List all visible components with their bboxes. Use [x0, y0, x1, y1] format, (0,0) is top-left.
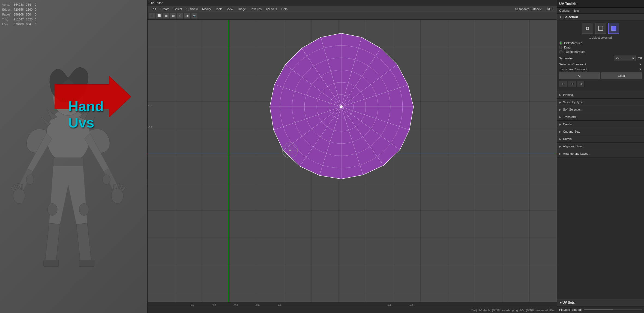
- unfold-arrow-icon: ▶: [559, 138, 561, 141]
- create-header[interactable]: ▶ Create: [557, 121, 644, 128]
- uv-menu-help[interactable]: Help: [279, 7, 290, 11]
- 3d-viewport[interactable]: Verts: 364036 764 0 Edges: 720558 1560 0…: [0, 0, 147, 313]
- svg-point-17: [103, 175, 110, 184]
- toolbar-btn-7[interactable]: 📷: [191, 13, 198, 19]
- radio-tweak-marquee[interactable]: Tweak/Marquee: [559, 50, 642, 53]
- color-mode: RGB: [545, 7, 556, 11]
- sel-icon-face[interactable]: [608, 23, 619, 34]
- uv-menu-tools[interactable]: Tools: [213, 7, 225, 11]
- select-by-type-arrow-icon: ▶: [559, 101, 561, 104]
- selection-section-header[interactable]: ▼ Selection: [557, 14, 644, 21]
- edges-label: Edges:: [2, 7, 14, 12]
- svg-point-57: [586, 29, 587, 30]
- toolkit-title: UV Toolkit: [557, 0, 644, 8]
- svg-point-58: [588, 29, 589, 30]
- align-and-snap-arrow-icon: ▶: [559, 145, 561, 148]
- svg-point-56: [588, 27, 589, 28]
- clear-button[interactable]: Clear: [601, 72, 642, 79]
- radio-pick-marquee-circle: [559, 41, 562, 45]
- uv-editor-title: UV Editor: [150, 1, 163, 5]
- radio-pick-marquee-label: Pick/Marquee: [564, 41, 582, 45]
- pin-icon-1[interactable]: ⊞: [559, 81, 567, 87]
- faces-label: Faces:: [2, 12, 14, 17]
- cut-and-sew-header[interactable]: ▶ Cut and Sew: [557, 128, 644, 135]
- pinning-section: ▶ Pinning: [557, 91, 644, 99]
- svg-point-45: [341, 106, 342, 107]
- unfold-section: ▶ Unfold: [557, 135, 644, 143]
- svg-point-55: [586, 27, 587, 28]
- svg-point-15: [79, 203, 89, 215]
- pin-icon-3[interactable]: ⊠: [577, 81, 584, 87]
- uv-viewport[interactable]: -0.5 -0.4 -0.3 -0.2 -0.1 1.1 1.2 -0.1 -0…: [148, 20, 557, 313]
- verts-label: Verts:: [2, 2, 14, 7]
- svg-rect-60: [612, 26, 616, 31]
- uv-menu-image[interactable]: Image: [235, 7, 248, 11]
- object-selected-text: 1 object selected: [559, 36, 642, 39]
- uv-menu-select[interactable]: Select: [172, 7, 184, 11]
- verts-count: 364036: [14, 2, 26, 7]
- uvs-count: 379400: [14, 22, 26, 27]
- toolbar-btn-4[interactable]: ▩: [170, 13, 176, 19]
- selection-constraint-row: Selection Constraint: ▼: [559, 63, 642, 66]
- toolbar-btn-5[interactable]: ⬡: [177, 13, 184, 19]
- stats-overlay: Verts: 364036 764 0 Edges: 720558 1560 0…: [2, 2, 39, 27]
- uv-shell-container: [229, 31, 453, 183]
- radio-tweak-marquee-label: Tweak/Marquee: [564, 50, 585, 53]
- selection-arrow-icon: ▼: [559, 16, 562, 19]
- viewport-3d-panel: Verts: 364036 764 0 Edges: 720558 1560 0…: [0, 0, 147, 313]
- uv-menu-cutsew[interactable]: Cut/Sew: [184, 7, 200, 11]
- soft-selection-header[interactable]: ▶ Soft Selection: [557, 106, 644, 113]
- uv-editor-titlebar: UV Editor: [148, 0, 557, 6]
- ruler-v-neg02: -0.2: [148, 126, 152, 129]
- edges-zero: 0: [35, 7, 38, 12]
- create-arrow-icon: ▶: [559, 123, 561, 126]
- toolbar-btn-1[interactable]: ⬛: [149, 13, 155, 19]
- selection-constraint-dropdown-icon[interactable]: ▼: [639, 63, 642, 66]
- svg-rect-11: [53, 158, 83, 166]
- toolkit-menu-options[interactable]: Options: [559, 9, 570, 12]
- symmetry-dropdown[interactable]: Off U V: [614, 56, 636, 61]
- toolkit-menu-help[interactable]: Help: [573, 9, 579, 12]
- uv-menu-create[interactable]: Create: [158, 7, 172, 11]
- playback-speed-label: Playback Speed:: [559, 308, 582, 311]
- select-by-type-header[interactable]: ▶ Select By Type: [557, 99, 644, 106]
- uv-sets-header[interactable]: ▼ UV Sets: [557, 299, 644, 306]
- radio-drag[interactable]: Drag: [559, 46, 642, 49]
- transform-section: ▶ Transform: [557, 113, 644, 121]
- arrange-and-layout-header[interactable]: ▶ Arrange and Layout: [557, 150, 644, 157]
- uv-axis-vertical: [228, 20, 228, 313]
- toolbar-btn-3[interactable]: ▦: [163, 13, 169, 19]
- sel-icon-edge[interactable]: [595, 23, 606, 34]
- all-button[interactable]: All: [559, 72, 600, 79]
- uv-menu-modify[interactable]: Modify: [200, 7, 213, 11]
- transform-header[interactable]: ▶ Transform: [557, 113, 644, 120]
- uv-toolbar: ⬛ ⬜ ▦ ▩ ⬡ ◉ 📷: [148, 12, 557, 20]
- arrange-and-layout-section: ▶ Arrange and Layout: [557, 150, 644, 157]
- playback-speed-slider[interactable]: [584, 309, 642, 310]
- radio-drag-circle: [559, 46, 562, 49]
- unfold-header[interactable]: ▶ Unfold: [557, 135, 644, 142]
- pin-icon-2[interactable]: ⊟: [568, 81, 576, 87]
- align-and-snap-header[interactable]: ▶ Align and Snap: [557, 143, 644, 150]
- uv-menu-uvsets[interactable]: UV Sets: [264, 7, 279, 11]
- uvs-label: UVs:: [2, 22, 14, 27]
- pinning-arrow-icon: ▶: [559, 93, 561, 96]
- svg-point-16: [26, 175, 34, 184]
- align-and-snap-section: ▶ Align and Snap: [557, 143, 644, 150]
- uv-menu-view[interactable]: View: [224, 7, 235, 11]
- soft-selection-section: ▶ Soft Selection: [557, 106, 644, 113]
- sel-icon-vertex[interactable]: [582, 23, 593, 34]
- toolbar-btn-6[interactable]: ◉: [184, 13, 191, 19]
- material-name: aiStandardSurface2: [513, 7, 544, 11]
- uv-editor-panel: UV Editor Edit Create Select Cut/Sew Mod…: [147, 0, 557, 313]
- toolbar-btn-2[interactable]: ⬜: [156, 13, 162, 19]
- selection-section-label: Selection: [564, 15, 578, 19]
- selection-type-icons: [559, 23, 642, 34]
- pinning-header[interactable]: ▶ Pinning: [557, 91, 644, 98]
- uv-menu-textures[interactable]: Textures: [248, 7, 264, 11]
- transform-constraint-dropdown-icon[interactable]: ▼: [639, 68, 642, 71]
- uv-menu-edit[interactable]: Edit: [149, 7, 158, 11]
- radio-pick-marquee[interactable]: Pick/Marquee: [559, 41, 642, 45]
- cut-and-sew-section: ▶ Cut and Sew: [557, 128, 644, 135]
- uv-menubar: Edit Create Select Cut/Sew Modify Tools …: [148, 6, 557, 12]
